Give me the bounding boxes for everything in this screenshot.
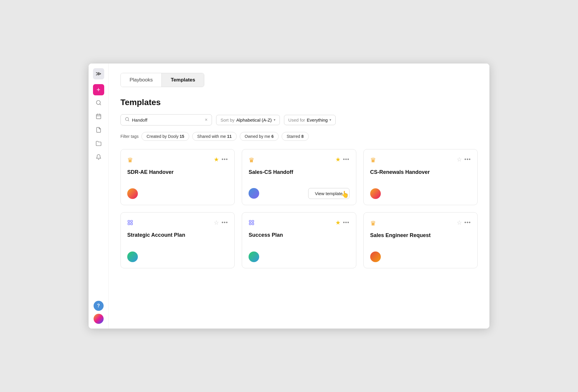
card-title: Strategic Account Plan [127,232,228,243]
help-icon: ? [97,303,100,308]
used-for-value: Everything [307,117,328,122]
add-button[interactable]: + [93,84,104,95]
svg-rect-2 [96,114,101,119]
card-avatar [370,188,381,199]
more-options-button[interactable]: ••• [343,157,350,162]
add-icon: + [97,86,100,93]
card-sales-cs-handoff[interactable]: ♛ ★ ••• Sales-CS Handoff View template 👆 [242,149,356,205]
card-footer [370,188,471,199]
card-title: CS-Renewals Handover [370,169,471,180]
star-button[interactable]: ☆ [457,156,462,162]
card-title: SDR-AE Handover [127,169,228,180]
card-title: Sales Engineer Request [370,232,471,244]
svg-rect-12 [249,220,251,222]
sort-chevron-icon: ▾ [274,118,275,122]
card-footer [370,251,471,262]
sidebar-item-search[interactable] [93,98,104,109]
user-avatar[interactable] [94,314,104,324]
sidebar-item-notifications[interactable] [93,152,104,163]
grid-icon [249,220,254,227]
sort-value: Alphabetical (A-Z) [236,117,272,122]
star-button[interactable]: ★ [335,156,341,162]
calendar-icon [96,113,102,121]
used-for-dropdown[interactable]: Used for Everything ▾ [284,115,336,125]
search-icon [96,100,102,107]
view-template-button[interactable]: View template [308,188,350,199]
help-button[interactable]: ? [94,301,104,311]
card-avatar [370,251,381,262]
more-options-button[interactable]: ••• [343,220,350,225]
used-for-label: Used for [288,117,305,122]
search-icon [125,117,130,123]
tab-templates[interactable]: Templates [162,73,204,87]
card-footer: View template [249,188,349,199]
card-top-row: ★ ••• [249,220,349,227]
card-avatar [127,251,138,262]
svg-line-7 [128,120,129,121]
used-for-chevron-icon: ▾ [329,118,331,122]
crown-icon: ♛ [127,156,133,164]
clear-search-button[interactable]: × [205,117,208,122]
star-button[interactable]: ☆ [457,220,462,226]
star-button[interactable]: ☆ [214,220,219,226]
folder-icon [96,141,102,148]
sidebar: ≫ + [89,63,109,329]
sidebar-bottom: ? [94,301,104,324]
sidebar-item-calendar[interactable] [93,111,104,122]
filter-tags-row: Filter tags Created by Dooly 15 Shared w… [120,132,478,141]
svg-line-1 [99,104,101,105]
star-button[interactable]: ★ [335,220,341,226]
sidebar-logo[interactable]: ≫ [93,68,104,79]
card-actions: ☆ ••• [457,220,471,226]
card-top-row: ♛ ★ ••• [127,156,228,164]
card-top-row: ☆ ••• [127,220,228,227]
svg-rect-8 [128,220,130,222]
tag-starred[interactable]: Starred 8 [282,132,309,141]
tag-shared-with-me[interactable]: Shared with me 11 [192,132,237,141]
card-actions: ★ ••• [335,156,350,162]
logo-icon: ≫ [96,71,101,77]
svg-rect-10 [128,223,130,225]
svg-rect-13 [252,220,254,222]
sidebar-item-folders[interactable] [93,138,104,150]
card-cs-renewals-handover[interactable]: ♛ ☆ ••• CS-Renewals Handover [363,149,478,205]
search-box: × [120,114,212,125]
card-sales-engineer-request[interactable]: ♛ ☆ ••• Sales Engineer Request [363,212,478,268]
card-success-plan[interactable]: ★ ••• Success Plan [242,212,356,268]
card-sdr-ae-handover[interactable]: ♛ ★ ••• SDR-AE Handover [120,149,235,205]
tag-owned-by-me[interactable]: Owned by me 6 [240,132,279,141]
crown-icon: ♛ [370,220,376,227]
crown-icon: ♛ [370,156,376,164]
more-options-button[interactable]: ••• [221,220,228,225]
card-title: Success Plan [249,232,349,243]
tabs-bar: Playbooks Templates [120,73,204,87]
tab-playbooks[interactable]: Playbooks [121,73,162,87]
sidebar-item-documents[interactable] [93,125,104,136]
card-actions: ☆ ••• [457,156,471,162]
crown-icon: ♛ [249,156,254,164]
star-button[interactable]: ★ [214,156,219,162]
grid-icon [127,220,133,227]
sort-dropdown[interactable]: Sort by Alphabetical (A-Z) ▾ [216,115,280,125]
card-avatar [127,188,138,199]
card-title: Sales-CS Handoff [249,169,349,180]
app-window: ≫ + [88,63,490,329]
bell-icon [96,154,102,161]
search-input[interactable] [132,117,203,122]
card-top-row: ♛ ☆ ••• [370,220,471,227]
svg-rect-9 [131,220,133,222]
card-avatar [249,188,259,199]
card-strategic-account-plan[interactable]: ☆ ••• Strategic Account Plan [120,212,235,268]
svg-rect-14 [249,223,251,225]
card-actions: ★ ••• [335,220,350,226]
card-footer [127,188,228,199]
svg-rect-15 [252,223,254,225]
tag-created-by-dooly[interactable]: Created by Dooly 15 [141,132,189,141]
page-title: Templates [120,98,478,107]
filter-tags-label: Filter tags [120,134,138,139]
more-options-button[interactable]: ••• [221,157,228,162]
more-options-button[interactable]: ••• [464,157,471,162]
card-footer [127,251,228,262]
card-top-row: ♛ ☆ ••• [370,156,471,164]
more-options-button[interactable]: ••• [464,220,471,225]
